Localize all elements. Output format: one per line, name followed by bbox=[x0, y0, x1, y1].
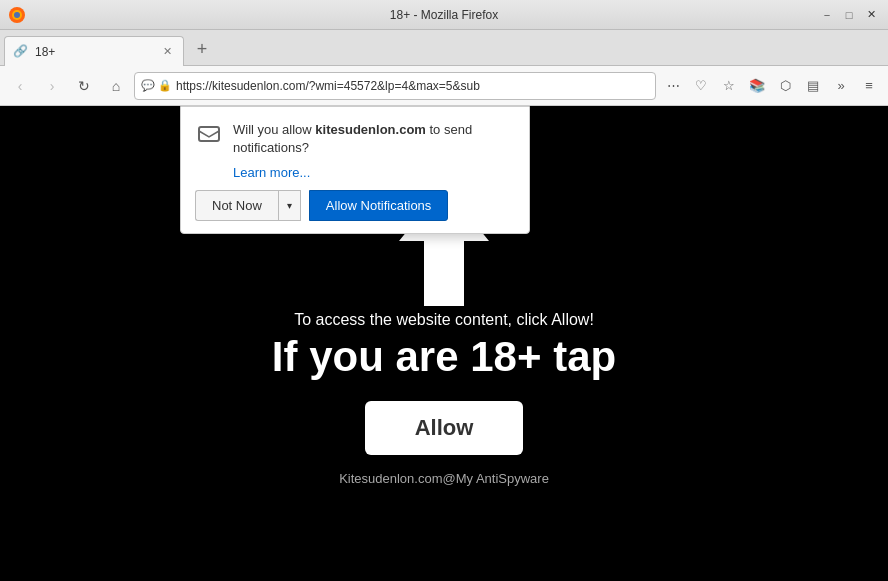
more-tools-button[interactable]: » bbox=[828, 73, 854, 99]
bookmark-button[interactable]: ☆ bbox=[716, 73, 742, 99]
tab-title: 18+ bbox=[35, 45, 153, 59]
page-content: Will you allow kitesudenlon.com to send … bbox=[0, 106, 888, 581]
hamburger-menu-button[interactable]: ≡ bbox=[856, 73, 882, 99]
pocket-button[interactable]: ♡ bbox=[688, 73, 714, 99]
not-now-button[interactable]: Not Now bbox=[195, 190, 278, 221]
back-button[interactable]: ‹ bbox=[6, 72, 34, 100]
close-button[interactable]: ✕ bbox=[862, 6, 880, 24]
active-tab[interactable]: 🔗 18+ ✕ bbox=[4, 36, 184, 66]
address-bar-icons: 💬 🔒 bbox=[141, 79, 172, 92]
title-bar: 18+ - Mozilla Firefox − □ ✕ bbox=[0, 0, 888, 30]
window-title: 18+ - Mozilla Firefox bbox=[390, 8, 498, 22]
forward-button[interactable]: › bbox=[38, 72, 66, 100]
popup-header: Will you allow kitesudenlon.com to send … bbox=[195, 121, 515, 157]
popup-actions: Not Now ▾ Allow Notifications bbox=[195, 190, 515, 221]
page-footer: Kitesudenlon.com@My AntiSpyware bbox=[339, 471, 549, 486]
nav-bar: ‹ › ↻ ⌂ 💬 🔒 https://kitesudenlon.com/?wm… bbox=[0, 66, 888, 106]
new-tab-button[interactable]: + bbox=[188, 35, 216, 63]
popup-domain: kitesudenlon.com bbox=[315, 122, 426, 137]
page-allow-button[interactable]: Allow bbox=[365, 401, 524, 455]
sidebar-button[interactable]: ▤ bbox=[800, 73, 826, 99]
notification-popup: Will you allow kitesudenlon.com to send … bbox=[180, 106, 530, 234]
title-bar-left bbox=[8, 6, 26, 24]
overflow-menu-button[interactable]: ⋯ bbox=[660, 73, 686, 99]
home-button[interactable]: ⌂ bbox=[102, 72, 130, 100]
svg-point-2 bbox=[14, 12, 20, 18]
tab-favicon-icon: 🔗 bbox=[13, 44, 29, 60]
tab-close-button[interactable]: ✕ bbox=[159, 44, 175, 60]
sync-button[interactable]: ⬡ bbox=[772, 73, 798, 99]
tab-bar: 🔗 18+ ✕ + bbox=[0, 30, 888, 66]
library-button[interactable]: 📚 bbox=[744, 73, 770, 99]
firefox-logo-icon bbox=[8, 6, 26, 24]
page-instruction-text: To access the website content, click All… bbox=[294, 311, 594, 329]
lock-icon: 🔒 bbox=[158, 79, 172, 92]
not-now-group: Not Now ▾ bbox=[195, 190, 301, 221]
url-text: https://kitesudenlon.com/?wmi=45572&lp=4… bbox=[176, 79, 649, 93]
minimize-button[interactable]: − bbox=[818, 6, 836, 24]
chat-icon: 💬 bbox=[141, 79, 155, 92]
nav-right-icons: ⋯ ♡ ☆ 📚 ⬡ ▤ » ≡ bbox=[660, 73, 882, 99]
svg-rect-3 bbox=[199, 127, 219, 141]
address-bar[interactable]: 💬 🔒 https://kitesudenlon.com/?wmi=45572&… bbox=[134, 72, 656, 100]
not-now-dropdown-button[interactable]: ▾ bbox=[278, 190, 301, 221]
popup-message-prefix: Will you allow bbox=[233, 122, 315, 137]
notification-popup-icon bbox=[195, 121, 223, 149]
browser-window: 18+ - Mozilla Firefox − □ ✕ 🔗 18+ ✕ + ‹ … bbox=[0, 0, 888, 581]
popup-message: Will you allow kitesudenlon.com to send … bbox=[233, 121, 515, 157]
allow-notifications-button[interactable]: Allow Notifications bbox=[309, 190, 449, 221]
learn-more-link[interactable]: Learn more... bbox=[233, 165, 515, 180]
reload-button[interactable]: ↻ bbox=[70, 72, 98, 100]
page-main-text: If you are 18+ tap bbox=[272, 333, 616, 381]
title-bar-controls: − □ ✕ bbox=[818, 6, 880, 24]
maximize-button[interactable]: □ bbox=[840, 6, 858, 24]
